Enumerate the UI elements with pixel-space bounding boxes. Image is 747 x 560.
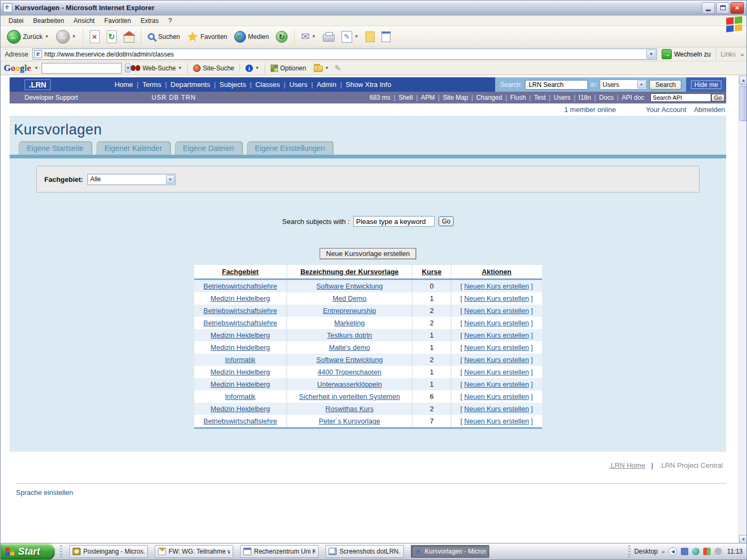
devbar-link-site-map[interactable]: Site Map (443, 94, 468, 101)
lrn-nav-show-xtra-info[interactable]: Show Xtra Info (346, 81, 391, 89)
set-language-link[interactable]: Sprache einstellen (16, 489, 73, 497)
google-search-input[interactable] (42, 65, 125, 72)
google-dropdown-icon[interactable]: ▼ (34, 66, 38, 70)
kursvorlage-link[interactable]: Malte's demo (329, 343, 370, 351)
taskbar-task-fw-wg-teilnahme-v[interactable]: FW: WG: Teilnahme v... (155, 545, 233, 558)
tab-eigene-dateien[interactable]: Eigene Dateien (175, 142, 242, 155)
web-search-dropdown-icon[interactable]: ▼ (178, 66, 182, 70)
messenger-button[interactable] (379, 30, 393, 43)
google-logo[interactable]: Google (4, 63, 31, 74)
address-dropdown-icon[interactable]: ▼ (646, 50, 656, 59)
stop-button[interactable]: × (88, 29, 102, 44)
go-to-button[interactable]: → Wechseln zu (659, 49, 712, 60)
kursvorlage-link[interactable]: 4400 Tropenchaoten (317, 368, 381, 376)
devbar-link-shell[interactable]: Shell (399, 94, 413, 101)
mail-button[interactable]: ✉▼ (299, 29, 318, 44)
subject-search-go-button[interactable]: Go (439, 217, 454, 226)
fachgebiet-link[interactable]: Betriebswirtschaftslehre (203, 307, 277, 315)
folder-dropdown-icon[interactable]: ▼ (325, 66, 329, 70)
tray-app-icon[interactable] (681, 548, 688, 555)
devbar-link-i18n[interactable]: I18n (578, 94, 591, 101)
neuen-kurs-erstellen-link[interactable]: Neuen Kurs erstellen (464, 331, 529, 339)
tab-eigene-einstellungen[interactable]: Eigene Einstellungen (247, 142, 333, 155)
chevron-icon[interactable]: » (662, 548, 665, 555)
api-go-button[interactable]: Go (711, 94, 725, 101)
print-button[interactable] (321, 30, 337, 43)
start-button[interactable]: Start (1, 543, 55, 560)
neuen-kurs-erstellen-link[interactable]: Neuen Kurs erstellen (464, 282, 529, 290)
menu-item-bearbeiten[interactable]: Bearbeiten (28, 16, 69, 26)
home-button[interactable] (122, 30, 137, 44)
lrn-search-button[interactable]: Search (649, 80, 681, 90)
scroll-up-icon[interactable]: ▲ (739, 76, 747, 85)
fachgebiet-link[interactable]: Medizin Heidelberg (211, 294, 270, 302)
tab-eigene-startseite[interactable]: Eigene Startseite (19, 142, 92, 155)
chevron-icon[interactable]: » (741, 51, 744, 58)
hide-tray-icons-button[interactable]: ◀ (669, 547, 677, 556)
highlighter-icon[interactable]: ✎ (335, 63, 341, 73)
taskbar-task-posteingang-micros[interactable]: Posteingang - Micros... (69, 545, 148, 558)
column-header-fachgebiet[interactable]: Fachgebiet (194, 265, 287, 279)
search-button[interactable]: Suchen (146, 32, 182, 42)
info-dropdown-icon[interactable]: ▼ (255, 66, 259, 70)
kursvorlage-link[interactable]: Peter´s Kursvorlage (319, 417, 380, 425)
refresh-button[interactable]: ↻ (105, 29, 119, 44)
scrollbar-thumb[interactable] (740, 86, 747, 121)
lrn-nav-departments[interactable]: Departments (171, 81, 210, 89)
discuss-button[interactable] (363, 30, 377, 43)
web-search-button[interactable]: Web-Suche ▼ (129, 63, 184, 73)
kursvorlage-link[interactable]: Unterwasserklöppeln (317, 380, 382, 388)
links-toolbar[interactable]: Links (719, 51, 738, 58)
kursvorlage-link[interactable]: Entrepreneurship (323, 307, 376, 315)
logout-link[interactable]: Abmelden (694, 106, 725, 114)
fachgebiet-select[interactable]: Alle ▼ (88, 174, 176, 185)
tab-eigener-kalender[interactable]: Eigener Kalender (97, 142, 170, 155)
devbar-link-users[interactable]: Users (554, 94, 570, 101)
subject-search-input[interactable] (353, 216, 435, 227)
devbar-link-docs[interactable]: Docs (599, 94, 614, 101)
fachgebiet-link[interactable]: Medizin Heidelberg (211, 343, 270, 351)
minimize-button[interactable] (702, 2, 715, 14)
tray-volume-icon[interactable] (714, 548, 722, 555)
desktop-toolbar-label[interactable]: Desktop (634, 548, 658, 555)
lrn-search-input[interactable] (525, 80, 588, 90)
lrn-nav-classes[interactable]: Classes (256, 81, 280, 89)
menu-item-datei[interactable]: Datei (4, 16, 28, 26)
folder-up-button[interactable]: ▼ (312, 63, 331, 73)
neuen-kurs-erstellen-link[interactable]: Neuen Kurs erstellen (464, 343, 529, 351)
favorites-button[interactable]: ★ Favoriten (185, 30, 229, 43)
taskbar-task-screenshots-dotlrn[interactable]: Screenshots dotLRN.... (325, 545, 404, 558)
lrn-nav-terms[interactable]: Terms (142, 81, 161, 89)
lrn-nav-home[interactable]: Home (115, 81, 133, 89)
address-input[interactable] (44, 51, 646, 58)
search-scope-select[interactable]: Users ▼ (600, 79, 647, 90)
lrn-nav-admin[interactable]: Admin (317, 81, 337, 89)
kursvorlage-link[interactable]: Software Entwicklung (316, 356, 383, 364)
hide-me-link[interactable]: Hide me (691, 81, 721, 89)
api-search-input[interactable] (650, 93, 711, 102)
column-header-kurse[interactable]: Kurse (412, 265, 451, 279)
neuen-kurs-erstellen-link[interactable]: Neuen Kurs erstellen (464, 393, 529, 401)
options-button[interactable]: Optionen (268, 63, 308, 73)
fachgebiet-link[interactable]: Betriebswirtschaftslehre (203, 417, 277, 425)
edit-dropdown-icon[interactable]: ▼ (354, 34, 359, 39)
lrn-nav-subjects[interactable]: Subjects (219, 81, 246, 89)
devbar-link-flush[interactable]: Flush (510, 94, 526, 101)
mail-dropdown-icon[interactable]: ▼ (312, 34, 316, 39)
kursvorlage-link[interactable]: Marketing (334, 319, 364, 327)
taskbar-task-rechenzentrum-uni-k[interactable]: Rechenzentrum Uni K... (240, 545, 319, 558)
fachgebiet-link[interactable]: Informatik (225, 393, 256, 401)
menu-item-ansicht[interactable]: Ansicht (69, 16, 99, 26)
kursvorlage-link[interactable]: Software Entwicklung (316, 282, 383, 290)
forward-button[interactable]: → ▼ (54, 29, 78, 45)
neuen-kurs-erstellen-link[interactable]: Neuen Kurs erstellen (464, 368, 529, 376)
back-button[interactable]: ← Zurück ▼ (5, 29, 51, 45)
forward-dropdown-icon[interactable]: ▼ (72, 34, 76, 39)
lrn-logo[interactable]: .LRN (25, 79, 51, 90)
fachgebiet-link[interactable]: Betriebswirtschaftslehre (203, 319, 277, 327)
tray-network-icon[interactable] (692, 548, 700, 555)
devbar-link-api-doc[interactable]: API doc (622, 94, 644, 101)
desktop-toolbar-handle[interactable] (628, 546, 631, 558)
tray-update-icon[interactable] (703, 548, 711, 555)
neuen-kurs-erstellen-link[interactable]: Neuen Kurs erstellen (464, 380, 529, 388)
